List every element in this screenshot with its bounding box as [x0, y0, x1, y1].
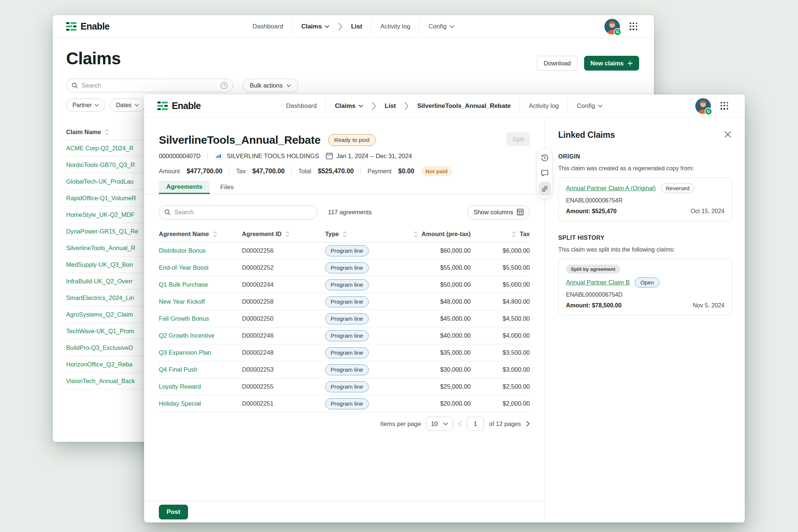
nav-divider [419, 18, 420, 35]
detail-footer: Post [144, 501, 545, 522]
claim-link[interactable]: HomeStyle_UK-Q2_MDF [66, 211, 134, 218]
linked-claims-button[interactable] [539, 182, 551, 196]
claim-link[interactable]: AgroSystems_Q2_Claim [66, 311, 133, 318]
total-value: $525,470.00 [318, 167, 354, 175]
claim-link[interactable]: SmartElectrics_2024_Lin [66, 294, 134, 301]
download-button[interactable]: Download [537, 56, 578, 71]
agreement-name-link[interactable]: Q3 Expansion Plan [159, 349, 242, 356]
sort-icon[interactable] [105, 129, 109, 135]
agreement-name-link[interactable]: Q1 Bulk Purchase [159, 281, 242, 288]
claim-link[interactable]: GlobalTech-UK_ProdLau [66, 178, 134, 185]
show-columns-button[interactable]: Show columns [467, 205, 530, 219]
agreement-tax-cell: $5,500.00 [471, 264, 530, 271]
claim-link[interactable]: VisionTech_Annual_Back [66, 378, 135, 385]
nav-activity-log[interactable]: Activity log [380, 23, 410, 30]
agreement-name-link[interactable]: New Year Kickoff [159, 298, 242, 305]
items-per-page-select[interactable]: 10 [426, 417, 453, 431]
nav-dashboard[interactable]: Dashboard [286, 102, 317, 110]
nav-claims[interactable]: Claims [335, 102, 363, 110]
enable-logo[interactable]: Enable [157, 100, 201, 111]
apps-grid-icon[interactable] [720, 102, 729, 110]
claims-search-input[interactable] [82, 82, 217, 89]
claim-link[interactable]: HorizonOffice_Q2_Reba [66, 361, 132, 368]
chevron-down-icon [325, 25, 330, 28]
agreement-type-badge: Program line [325, 262, 369, 273]
split-claim-link[interactable]: Annual Partner Claim B [566, 279, 630, 286]
company-name: SILVERLINE TOOLS HOLDINGS [227, 153, 319, 160]
agreement-amount-cell: $25,000.00 [408, 383, 471, 390]
agreement-amount-cell: $48,000.00 [408, 298, 471, 305]
claim-link[interactable]: BuildPro-Q3_ExclusiveD [66, 344, 133, 351]
column-header-tax[interactable]: Tax [471, 231, 530, 238]
sort-icon [342, 231, 347, 237]
agreement-name-link[interactable]: Loyalty Reward [159, 383, 242, 390]
post-button[interactable]: Post [159, 505, 188, 519]
split-button[interactable]: Split [507, 132, 530, 146]
nav-list[interactable]: List [351, 23, 362, 30]
filter-dates[interactable]: Dates [110, 99, 145, 112]
agreement-id-cell: D00002244 [242, 281, 325, 288]
claim-link[interactable]: MedSupply-UK_Q3_Bon [66, 261, 133, 268]
nav-claims[interactable]: Claims [301, 23, 330, 30]
next-page-button[interactable] [526, 421, 530, 427]
agreement-name-link[interactable]: Holiday Special [159, 400, 242, 407]
column-header-agreement-id[interactable]: Agreement ID [242, 231, 325, 238]
date-range: Jan 1, 2024 -- Dec 31, 2024 [337, 153, 412, 160]
comments-button[interactable] [539, 166, 551, 180]
origin-claim-link[interactable]: Annual Partner Claim A (Original) [566, 185, 656, 192]
page-number-input[interactable] [467, 417, 484, 431]
agreement-name-link[interactable]: Fall Growth Bonus [159, 315, 242, 322]
split-history-heading: SPLIT HISTORY [558, 235, 732, 241]
agreement-tax-cell: $2,000.00 [471, 400, 530, 407]
claim-link[interactable]: TechWave-UK_Q1_Prom [66, 328, 134, 335]
status-badge: Ready to post [328, 134, 376, 146]
nav-right: G [604, 19, 638, 34]
origin-heading: ORIGIN [558, 153, 732, 160]
top-nav: Enable Dashboard Claims List SilverlineT… [144, 95, 745, 117]
filter-partner[interactable]: Partner [66, 99, 105, 112]
column-header-agreement-name[interactable]: Agreement Name [159, 231, 242, 238]
enable-logo[interactable]: Enable [66, 21, 109, 32]
column-header-amount[interactable]: Amount (pre-tax) [408, 231, 471, 238]
agreement-name-link[interactable]: Q2 Growth Incentive [159, 332, 242, 339]
agreements-table: Agreement Name Agreement ID Type Amount … [159, 226, 530, 412]
history-button[interactable] [539, 151, 551, 165]
claim-link[interactable]: InfraBuild-UK_Q2_Overr [66, 278, 133, 285]
agreement-name-link[interactable]: End-of-Year Boost [159, 264, 242, 271]
claim-detail-main: SilverlineTools_Annual_Rebate Ready to p… [144, 117, 545, 522]
chevron-down-icon [358, 105, 363, 108]
tab-agreements[interactable]: Agreements [159, 181, 210, 194]
previous-page-button[interactable] [458, 421, 462, 427]
avatar[interactable]: G [695, 98, 711, 114]
table-row: Q1 Bulk Purchase D00002244 Program line … [159, 276, 530, 293]
help-icon[interactable]: ? [221, 82, 228, 89]
agreements-search-input[interactable] [174, 209, 312, 216]
chevron-down-icon [443, 422, 448, 426]
agreement-name-link[interactable]: Distributor Bonus [159, 247, 242, 254]
detail-tabs: Agreements Files [144, 181, 545, 194]
claim-link[interactable]: DynaPower-GR15_Q1_Re [66, 228, 138, 235]
nav-list[interactable]: List [385, 102, 396, 110]
avatar-badge: G [614, 28, 621, 36]
new-claims-button[interactable]: New claims [584, 56, 639, 71]
agreement-name-link[interactable]: Q4 Final Push [159, 366, 242, 373]
close-icon[interactable] [723, 130, 732, 139]
nav-config[interactable]: Config [577, 102, 603, 110]
avatar[interactable]: G [604, 19, 620, 34]
claim-link[interactable]: NordicTools-GB70_Q3_R [66, 161, 135, 168]
payment-status-badge: Not paid [421, 166, 452, 176]
claim-link[interactable]: RapidOffice-Q1_VolumeR [66, 195, 136, 202]
payment-value: $0.00 [398, 167, 415, 175]
tab-files[interactable]: Files [213, 181, 241, 194]
column-header-type[interactable]: Type [325, 231, 408, 238]
apps-grid-icon[interactable] [630, 23, 638, 31]
table-columns-icon [517, 209, 524, 215]
claim-link[interactable]: SilverlineTools_Annual_R [66, 245, 135, 252]
svg-text:?: ? [223, 83, 225, 88]
pages-total: of 12 pages [489, 420, 521, 427]
claim-link[interactable]: ACME Corp-Q2_2024_R [66, 145, 134, 152]
nav-activity-log[interactable]: Activity log [529, 102, 559, 110]
nav-dashboard[interactable]: Dashboard [252, 23, 283, 30]
bulk-actions-button[interactable]: Bulk actions [243, 79, 298, 92]
nav-config[interactable]: Config [429, 23, 454, 30]
